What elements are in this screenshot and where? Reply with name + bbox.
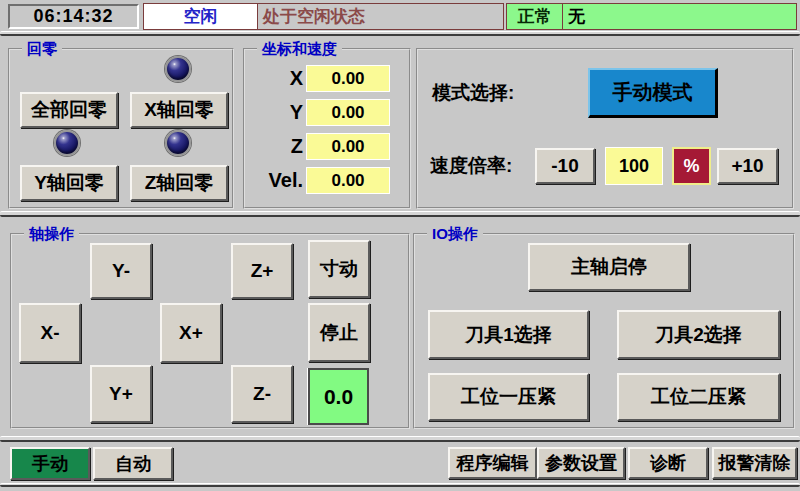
mode-panel: 模式选择: 手动模式 速度倍率: -10 100 % +10 — [416, 48, 794, 209]
spindle-start-stop-button[interactable]: 主轴启停 — [528, 243, 690, 291]
z-position-value: 0.00 — [306, 133, 390, 160]
homing-panel-title: 回零 — [22, 39, 62, 59]
diagnosis-button[interactable]: 诊断 — [628, 447, 708, 479]
station2-clamp-button[interactable]: 工位二压紧 — [617, 373, 780, 421]
middle-separator — [0, 211, 800, 217]
io-operation-panel-title: IO操作 — [427, 224, 483, 244]
manual-tab-button[interactable]: 手动 — [10, 447, 90, 480]
axis-operation-panel: 轴操作 Y- Z+ 寸动 X- X+ 停止 Y+ Z- 0.0 — [10, 233, 410, 429]
jog-z-minus-button[interactable]: Z- — [231, 365, 293, 423]
z-home-led-indicator — [165, 130, 191, 156]
jog-step-value[interactable]: 0.0 — [308, 368, 369, 425]
x-axis-label: X — [247, 67, 303, 90]
alarm-state-badge: 正常 — [507, 4, 563, 29]
alarm-status-group: 正常 无 — [506, 3, 797, 30]
program-edit-button[interactable]: 程序编辑 — [448, 447, 537, 479]
velocity-value: 0.00 — [306, 167, 390, 194]
clock-display: 06:14:32 — [8, 4, 139, 29]
homing-panel: 回零 全部回零 X轴回零 Y轴回零 Z轴回零 — [8, 48, 234, 209]
tool2-select-button[interactable]: 刀具2选择 — [617, 310, 780, 359]
top-separator — [0, 31, 800, 36]
velocity-label: Vel. — [247, 169, 303, 192]
home-y-axis-button[interactable]: Y轴回零 — [20, 165, 118, 201]
override-value: 100 — [605, 147, 663, 185]
machine-status-group: 空闲 处于空闲状态 — [143, 3, 504, 30]
x-home-led-indicator — [165, 56, 191, 82]
y-position-value: 0.00 — [306, 99, 390, 126]
auto-tab-button[interactable]: 自动 — [93, 447, 173, 480]
x-position-value: 0.00 — [306, 65, 390, 92]
home-z-axis-button[interactable]: Z轴回零 — [130, 165, 228, 201]
jog-mode-button[interactable]: 寸动 — [308, 240, 370, 298]
footer-separator — [0, 483, 800, 487]
speed-override-label: 速度倍率: — [430, 153, 512, 179]
status-message: 处于空闲状态 — [258, 4, 503, 29]
override-minus-button[interactable]: -10 — [535, 148, 595, 184]
coordinates-panel-title: 坐标和速度 — [257, 39, 342, 59]
jog-z-plus-button[interactable]: Z+ — [231, 243, 293, 299]
home-x-axis-button[interactable]: X轴回零 — [130, 92, 228, 128]
io-operation-panel: IO操作 主轴启停 刀具1选择 刀具2选择 工位一压紧 工位二压紧 — [413, 233, 795, 429]
override-plus-button[interactable]: +10 — [717, 148, 778, 184]
coordinates-panel: 坐标和速度 X Y Z Vel. 0.00 0.00 0.00 0.00 — [243, 48, 411, 209]
percent-sign-badge: % — [672, 147, 711, 185]
alarm-clear-button[interactable]: 报警清除 — [712, 447, 797, 479]
alarm-message: 无 — [563, 4, 796, 29]
y-home-led-indicator — [54, 130, 80, 156]
jog-y-plus-button[interactable]: Y+ — [90, 365, 152, 423]
parameter-settings-button[interactable]: 参数设置 — [537, 447, 625, 479]
axis-operation-panel-title: 轴操作 — [24, 224, 79, 244]
jog-x-plus-button[interactable]: X+ — [160, 303, 222, 363]
manual-mode-button[interactable]: 手动模式 — [588, 68, 718, 118]
jog-x-minus-button[interactable]: X- — [19, 303, 81, 363]
mode-select-label: 模式选择: — [432, 80, 514, 106]
jog-y-minus-button[interactable]: Y- — [90, 243, 152, 299]
bottom-separator — [0, 436, 800, 442]
station1-clamp-button[interactable]: 工位一压紧 — [428, 373, 589, 421]
y-axis-label: Y — [247, 101, 303, 124]
z-axis-label: Z — [247, 135, 303, 158]
tool1-select-button[interactable]: 刀具1选择 — [428, 310, 589, 359]
machine-state-badge: 空闲 — [144, 4, 258, 29]
home-all-button[interactable]: 全部回零 — [20, 92, 118, 128]
stop-button[interactable]: 停止 — [308, 303, 370, 362]
